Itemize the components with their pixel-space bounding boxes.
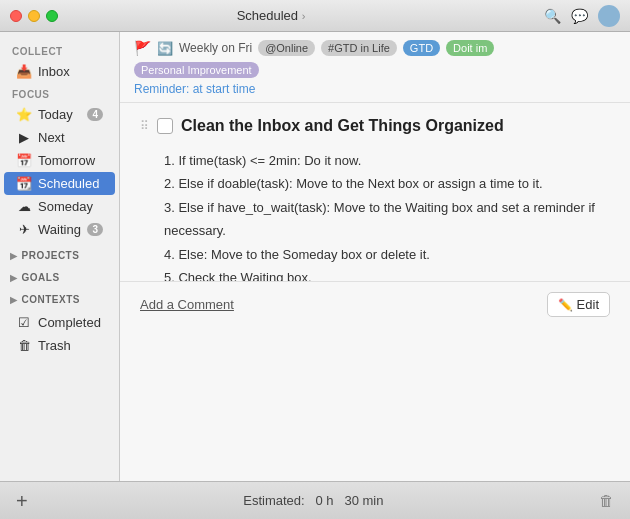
title-text: Scheduled [237, 8, 298, 23]
titlebar: Scheduled › 🔍 💬 [0, 0, 630, 32]
sidebar-item-next[interactable]: ▶ Next [4, 126, 115, 149]
repeat-label: Weekly on Fri [179, 41, 252, 55]
repeat-icon[interactable]: 🔄 [157, 41, 173, 56]
completed-label: Completed [38, 315, 103, 330]
task-title-row: ⠿ Clean the Inbox and Get Things Organiz… [140, 117, 610, 135]
projects-arrow: ▶ [10, 251, 18, 261]
doit-badge[interactable]: Doit im [446, 40, 494, 56]
tomorrow-label: Tomorrow [38, 153, 103, 168]
star-icon: ⭐ [16, 107, 32, 122]
trash-label: Trash [38, 338, 103, 353]
flag-icon[interactable]: 🚩 [134, 40, 151, 56]
personal-badge[interactable]: Personal Improvement [134, 62, 259, 78]
projects-label: PROJECTS [22, 250, 80, 261]
estimated-minutes: 30 min [344, 493, 383, 508]
inbox-label: Inbox [38, 64, 103, 79]
step-3: 3. Else if have_to_wait(task): Move to t… [164, 196, 610, 243]
contexts-group[interactable]: ▶ CONTEXTS [0, 289, 119, 307]
search-icon[interactable]: 🔍 [544, 8, 561, 24]
goals-group[interactable]: ▶ GOALS [0, 267, 119, 285]
task-content: ⠿ Clean the Inbox and Get Things Organiz… [120, 103, 630, 281]
delete-task-button[interactable]: 🗑 [599, 492, 614, 509]
sidebar-item-today[interactable]: ⭐ Today 4 [4, 103, 115, 126]
sidebar-item-completed[interactable]: ☑ Completed [4, 311, 115, 334]
sidebar-item-someday[interactable]: ☁ Someday [4, 195, 115, 218]
task-tags: 🚩 🔄 Weekly on Fri @Online #GTD in Life G… [134, 40, 616, 78]
today-label: Today [38, 107, 81, 122]
sidebar: COLLECT 📥 Inbox FOCUS ⭐ Today 4 ▶ Next 📅… [0, 32, 120, 481]
step-1: 1. If time(task) <= 2min: Do it now. [164, 149, 610, 172]
contexts-arrow: ▶ [10, 295, 18, 305]
estimated-info: Estimated: 0 h 30 min [28, 493, 599, 508]
someday-label: Someday [38, 199, 103, 214]
edit-button[interactable]: ✏️ Edit [547, 292, 610, 317]
sidebar-item-inbox[interactable]: 📥 Inbox [4, 60, 115, 83]
edit-label: Edit [577, 297, 599, 312]
goals-label: GOALS [22, 272, 60, 283]
collect-label: COLLECT [0, 40, 119, 60]
step-2: 2. Else if doable(task): Move to the Nex… [164, 172, 610, 195]
sidebar-item-tomorrow[interactable]: 📅 Tomorrow [4, 149, 115, 172]
today-badge: 4 [87, 108, 103, 121]
add-comment-link[interactable]: Add a Comment [140, 297, 234, 312]
focus-label: FOCUS [0, 83, 119, 103]
waiting-badge: 3 [87, 223, 103, 236]
online-tag[interactable]: @Online [258, 40, 315, 56]
projects-group[interactable]: ▶ PROJECTS [0, 245, 119, 263]
task-header: 🚩 🔄 Weekly on Fri @Online #GTD in Life G… [120, 32, 630, 103]
task-steps-list: 1. If time(task) <= 2min: Do it now. 2. … [164, 149, 610, 281]
waiting-label: Waiting [38, 222, 81, 237]
step-4: 4. Else: Move to the Someday box or dele… [164, 243, 610, 266]
chat-icon[interactable]: 💬 [571, 8, 588, 24]
bottom-bar: + Estimated: 0 h 30 min 🗑 [0, 481, 630, 519]
sidebar-item-waiting[interactable]: ✈ Waiting 3 [4, 218, 115, 241]
tomorrow-icon: 📅 [16, 153, 32, 168]
inbox-icon: 📥 [16, 64, 32, 79]
window-title: Scheduled › [0, 8, 544, 23]
avatar[interactable] [598, 5, 620, 27]
edit-icon: ✏️ [558, 298, 573, 312]
comment-section: Add a Comment ✏️ Edit [120, 281, 630, 327]
reminder-text: Reminder: at start time [134, 82, 616, 96]
sidebar-item-scheduled[interactable]: 📆 Scheduled [4, 172, 115, 195]
gtd-badge[interactable]: GTD [403, 40, 440, 56]
titlebar-actions: 🔍 💬 [544, 5, 620, 27]
chevron-icon: › [302, 10, 306, 22]
step-5: 5. Check the Waiting box. [164, 266, 610, 281]
gtd-life-tag[interactable]: #GTD in Life [321, 40, 397, 56]
trash-icon: 🗑 [16, 338, 32, 353]
task-title: Clean the Inbox and Get Things Organized [181, 117, 610, 135]
goals-arrow: ▶ [10, 273, 18, 283]
add-task-button[interactable]: + [16, 491, 28, 511]
contexts-label: CONTEXTS [22, 294, 80, 305]
scheduled-icon: 📆 [16, 176, 32, 191]
waiting-icon: ✈ [16, 222, 32, 237]
next-label: Next [38, 130, 103, 145]
someday-icon: ☁ [16, 199, 32, 214]
sidebar-item-trash[interactable]: 🗑 Trash [4, 334, 115, 357]
drag-handle[interactable]: ⠿ [140, 119, 149, 133]
estimated-hours: 0 h [316, 493, 334, 508]
completed-icon: ☑ [16, 315, 32, 330]
scheduled-label: Scheduled [38, 176, 103, 191]
next-icon: ▶ [16, 130, 32, 145]
task-checkbox[interactable] [157, 118, 173, 134]
estimated-label: Estimated: [243, 493, 304, 508]
main-layout: COLLECT 📥 Inbox FOCUS ⭐ Today 4 ▶ Next 📅… [0, 32, 630, 481]
content-area: 🚩 🔄 Weekly on Fri @Online #GTD in Life G… [120, 32, 630, 481]
content-spacer [120, 327, 630, 481]
